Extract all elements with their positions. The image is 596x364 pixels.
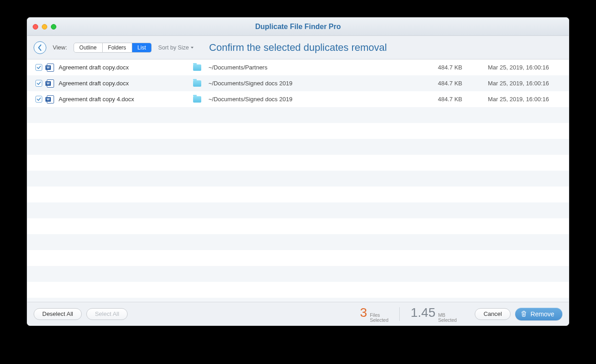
toolbar: View: Outline Folders List Sort by Size … bbox=[27, 36, 569, 59]
file-table-body: Agreement draft copy.docx ~/Documents/Pa… bbox=[27, 59, 569, 302]
remove-button-label: Remove bbox=[531, 310, 554, 318]
size-label-1: MB bbox=[438, 313, 457, 318]
sort-label: Sort by Size bbox=[158, 44, 189, 51]
file-date: Mar 25, 2019, 16:00:16 bbox=[488, 80, 561, 87]
back-button[interactable] bbox=[34, 41, 46, 54]
table-row[interactable]: Agreement draft copy.docx ~/Documents/Pa… bbox=[27, 59, 569, 75]
empty-row bbox=[27, 282, 569, 298]
empty-row bbox=[27, 250, 569, 266]
empty-row bbox=[27, 171, 569, 187]
files-label-1: Files bbox=[370, 313, 388, 318]
minimize-window-button[interactable] bbox=[42, 24, 47, 30]
empty-row bbox=[27, 234, 569, 250]
select-all-button[interactable]: Select All bbox=[86, 308, 128, 320]
empty-row bbox=[27, 155, 569, 171]
sort-menu[interactable]: Sort by Size bbox=[158, 44, 193, 51]
empty-row bbox=[27, 187, 569, 202]
app-window: Duplicate File Finder Pro View: Outline … bbox=[27, 17, 569, 326]
view-segmented-control: Outline Folders List bbox=[74, 43, 152, 53]
trash-icon bbox=[521, 310, 527, 317]
file-name: Agreement draft copy.docx bbox=[59, 80, 186, 87]
folder-icon bbox=[193, 96, 201, 103]
view-outline-tab[interactable]: Outline bbox=[74, 43, 102, 52]
file-path: ~/Documents/Partners bbox=[206, 64, 433, 71]
docx-icon bbox=[47, 64, 54, 72]
empty-row bbox=[27, 266, 569, 282]
file-name: Agreement draft copy.docx bbox=[59, 64, 186, 71]
table-row[interactable]: Agreement draft copy 4.docx ~/Documents/… bbox=[27, 91, 569, 107]
file-size: 484.7 KB bbox=[438, 80, 483, 87]
empty-row bbox=[27, 218, 569, 234]
check-icon bbox=[36, 65, 41, 70]
close-window-button[interactable] bbox=[33, 24, 38, 30]
divider bbox=[399, 307, 400, 321]
empty-row bbox=[27, 139, 569, 155]
files-selected-stat: 3 Files Selected bbox=[358, 305, 391, 323]
deselect-all-button[interactable]: Deselect All bbox=[34, 308, 82, 320]
check-icon bbox=[36, 81, 41, 86]
file-path: ~/Documents/Signed docs 2019 bbox=[206, 96, 433, 103]
size-selected-stat: 1.45 MB Selected bbox=[408, 305, 459, 323]
view-label: View: bbox=[53, 44, 67, 51]
docx-icon bbox=[47, 79, 54, 88]
check-icon bbox=[36, 97, 41, 102]
zoom-window-button[interactable] bbox=[51, 24, 56, 30]
folder-icon bbox=[193, 80, 201, 87]
file-date: Mar 25, 2019, 16:00:16 bbox=[488, 64, 561, 71]
row-checkbox[interactable] bbox=[35, 64, 42, 71]
titlebar: Duplicate File Finder Pro bbox=[27, 18, 569, 36]
size-value: 1.45 bbox=[411, 305, 436, 320]
folder-icon bbox=[193, 64, 201, 71]
window-title: Duplicate File Finder Pro bbox=[27, 23, 569, 31]
empty-row bbox=[27, 298, 569, 302]
footer: Deselect All Select All 3 Files Selected… bbox=[27, 302, 569, 325]
file-path: ~/Documents/Signed docs 2019 bbox=[206, 80, 433, 87]
file-date: Mar 25, 2019, 16:00:16 bbox=[488, 96, 561, 103]
size-label-2: Selected bbox=[438, 318, 457, 323]
empty-row bbox=[27, 202, 569, 218]
empty-row bbox=[27, 123, 569, 139]
chevron-left-icon bbox=[38, 44, 42, 51]
file-table: Agreement draft copy.docx ~/Documents/Pa… bbox=[27, 59, 569, 302]
table-row[interactable]: Agreement draft copy.docx ~/Documents/Si… bbox=[27, 75, 569, 91]
cancel-button[interactable]: Cancel bbox=[475, 308, 510, 320]
docx-icon bbox=[47, 95, 54, 103]
file-name: Agreement draft copy 4.docx bbox=[59, 96, 186, 103]
remove-button[interactable]: Remove bbox=[515, 308, 562, 320]
file-size: 484.7 KB bbox=[438, 64, 483, 71]
file-size: 484.7 KB bbox=[438, 96, 483, 103]
files-count-value: 3 bbox=[360, 305, 368, 320]
files-label-2: Selected bbox=[370, 318, 388, 323]
chevron-down-icon bbox=[191, 47, 194, 49]
view-folders-tab[interactable]: Folders bbox=[102, 43, 132, 52]
row-checkbox[interactable] bbox=[35, 80, 42, 87]
view-list-tab[interactable]: List bbox=[132, 43, 152, 52]
empty-row bbox=[27, 107, 569, 123]
traffic-lights bbox=[27, 24, 56, 30]
row-checkbox[interactable] bbox=[35, 96, 42, 103]
